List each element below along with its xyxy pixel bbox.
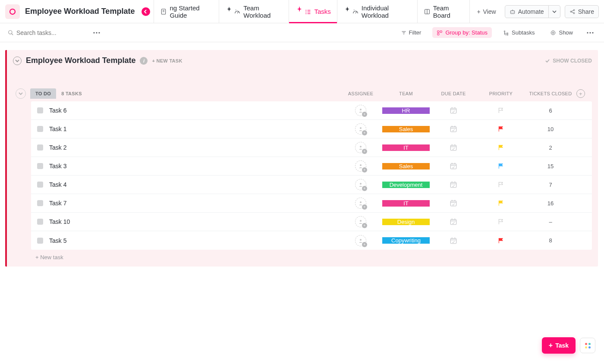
status-box[interactable] <box>37 238 43 244</box>
priority-cell[interactable] <box>477 200 525 207</box>
priority-cell[interactable] <box>477 126 525 132</box>
priority-cell[interactable] <box>477 144 525 151</box>
tickets-closed-cell: 10 <box>525 126 576 132</box>
svg-line-23 <box>571 10 573 11</box>
assignee-avatar[interactable]: + <box>355 160 366 172</box>
team-tag[interactable]: Development <box>382 182 430 188</box>
assignee-avatar[interactable]: + <box>355 123 366 135</box>
task-row[interactable]: Task 10+Design– <box>31 213 592 231</box>
search-input[interactable] <box>16 29 85 36</box>
more-toolbar-button[interactable] <box>584 27 596 39</box>
tab-team-board[interactable]: Team Board <box>418 0 470 23</box>
due-date-cell[interactable] <box>430 162 477 170</box>
tab-tasks[interactable]: Tasks <box>289 0 337 23</box>
tab-ng-started-guide[interactable]: ng Started Guide <box>154 0 219 23</box>
subtasks-button[interactable]: Subtasks <box>499 27 539 38</box>
status-box[interactable] <box>37 144 43 151</box>
priority-cell[interactable] <box>477 218 525 225</box>
calendar-icon <box>449 125 458 133</box>
col-tickets[interactable]: TICKETS CLOSED <box>525 91 576 96</box>
dots-icon <box>587 32 594 34</box>
new-task-row[interactable]: + New task <box>13 250 592 264</box>
pin-icon <box>344 6 350 13</box>
priority-cell[interactable] <box>477 181 525 188</box>
status-box[interactable] <box>37 126 43 132</box>
status-box[interactable] <box>37 163 43 169</box>
status-pill[interactable]: TO DO <box>30 88 56 99</box>
team-tag[interactable]: IT <box>382 200 430 207</box>
due-date-cell[interactable] <box>430 180 477 189</box>
team-tag[interactable]: Sales <box>382 126 430 132</box>
automate-dropdown[interactable] <box>549 5 560 18</box>
task-row[interactable]: Task 7+IT16 <box>31 194 592 213</box>
collapse-board-button[interactable] <box>13 56 22 65</box>
svg-point-43 <box>592 32 593 33</box>
create-task-fab[interactable]: + Task <box>542 337 576 354</box>
new-task-link[interactable]: + NEW TASK <box>152 58 182 63</box>
automate-button[interactable]: Automate <box>505 5 549 18</box>
priority-cell[interactable] <box>477 107 525 114</box>
status-box[interactable] <box>37 200 43 206</box>
automate-label: Automate <box>518 8 544 15</box>
team-tag[interactable]: Sales <box>382 163 430 169</box>
filter-button[interactable]: Filter <box>397 27 426 38</box>
assignee-avatar[interactable]: + <box>355 105 366 116</box>
col-due[interactable]: DUE DATE <box>430 91 477 96</box>
svg-point-40 <box>553 32 554 34</box>
tab-individual-workload[interactable]: Individual Workload <box>337 0 418 23</box>
nav-back-button[interactable] <box>142 7 150 16</box>
assignee-avatar[interactable]: + <box>355 142 366 153</box>
svg-point-17 <box>511 12 512 13</box>
tab-team-workload[interactable]: Team Workload <box>219 0 289 23</box>
assignee-avatar[interactable]: + <box>355 179 366 190</box>
status-box[interactable] <box>37 107 43 113</box>
apps-fab[interactable] <box>580 338 595 353</box>
task-row[interactable]: Task 6+HR6 <box>31 101 592 120</box>
svg-rect-65 <box>450 182 456 188</box>
status-box[interactable] <box>37 182 43 188</box>
add-view-button[interactable]: + View <box>472 6 500 18</box>
show-closed-button[interactable]: SHOW CLOSED <box>545 58 592 64</box>
priority-cell[interactable] <box>477 163 525 169</box>
due-date-cell[interactable] <box>430 217 477 226</box>
info-icon[interactable]: i <box>140 57 148 65</box>
show-label: Show <box>559 29 573 36</box>
show-button[interactable]: Show <box>546 27 577 38</box>
assignee-avatar[interactable]: + <box>355 216 366 227</box>
assignee-avatar[interactable]: + <box>355 198 366 209</box>
priority-cell[interactable] <box>477 237 525 244</box>
task-row[interactable]: Task 2+IT2 <box>31 138 592 157</box>
due-date-cell[interactable] <box>430 199 477 207</box>
task-row[interactable]: Task 3+Sales15 <box>31 157 592 176</box>
app-logo[interactable] <box>5 4 20 19</box>
col-priority[interactable]: PRIORITY <box>477 91 525 96</box>
team-tag[interactable]: Copywriting <box>382 237 430 244</box>
group-by-label: Group by: Status <box>445 29 488 36</box>
plus-icon: + <box>477 8 480 15</box>
chevron-down-icon <box>552 9 557 14</box>
tickets-closed-cell: 2 <box>525 144 576 151</box>
team-tag[interactable]: IT <box>382 144 430 151</box>
task-row[interactable]: Task 4+Development7 <box>31 176 592 194</box>
due-date-cell[interactable] <box>430 125 477 133</box>
task-row[interactable]: Task 1+Sales10 <box>31 120 592 138</box>
svg-point-25 <box>9 30 12 34</box>
more-options-button[interactable] <box>91 27 103 39</box>
col-team[interactable]: TEAM <box>382 91 430 96</box>
due-date-cell[interactable] <box>430 106 477 115</box>
group-by-button[interactable]: Group by: Status <box>432 27 492 38</box>
status-box[interactable] <box>37 219 43 225</box>
collapse-group-button[interactable] <box>16 88 26 99</box>
team-tag[interactable]: HR <box>382 107 430 114</box>
due-date-cell[interactable] <box>430 143 477 152</box>
tickets-closed-cell: 7 <box>525 182 576 188</box>
share-button[interactable]: Share <box>565 5 599 18</box>
assignee-avatar[interactable]: + <box>355 235 366 246</box>
svg-point-27 <box>93 32 94 33</box>
task-row[interactable]: Task 5+Copywriting8 <box>31 231 592 250</box>
col-assignee[interactable]: ASSIGNEE <box>339 91 382 96</box>
team-tag[interactable]: Design <box>382 219 430 225</box>
add-column-button[interactable]: + <box>576 89 585 98</box>
svg-point-13 <box>354 9 355 10</box>
due-date-cell[interactable] <box>430 236 477 245</box>
